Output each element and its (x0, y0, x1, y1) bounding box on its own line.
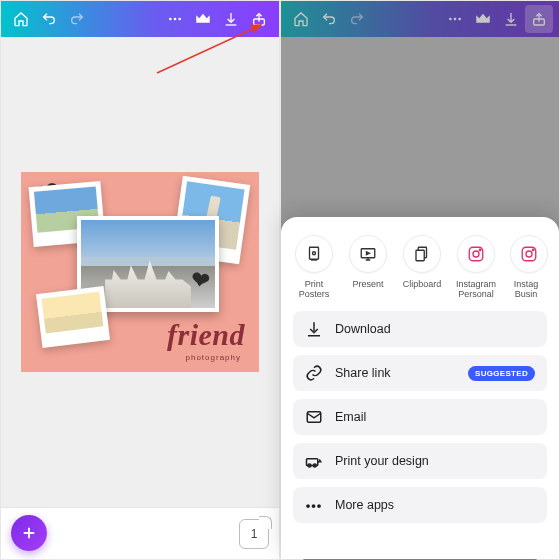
svg-rect-13 (416, 250, 424, 261)
top-bar (1, 1, 279, 37)
canvas-area[interactable]: ❤ ❤ friend photography (1, 37, 279, 507)
action-label: More apps (335, 498, 394, 512)
share-targets-row[interactable]: Print Posters Present Clipboard Instagra… (281, 231, 559, 301)
share-target-label: Print Posters (299, 279, 330, 301)
download-icon[interactable] (217, 5, 245, 33)
design-canvas[interactable]: ❤ ❤ friend photography (21, 172, 259, 372)
top-bar (281, 1, 559, 37)
editor-screen: ❤ ❤ friend photography 1 (0, 0, 280, 560)
action-share-link[interactable]: Share link SUGGESTED (293, 355, 547, 391)
design-subtitle-text[interactable]: photography (186, 353, 241, 362)
action-label: Share link (335, 366, 391, 380)
crown-icon[interactable] (469, 5, 497, 33)
svg-point-1 (174, 18, 177, 21)
share-icon[interactable] (525, 5, 553, 33)
action-print[interactable]: Print your design (293, 443, 547, 479)
share-target-label: Instag Busin (514, 279, 539, 301)
action-label: Email (335, 410, 366, 424)
more-icon[interactable] (161, 5, 189, 33)
share-target-instagram-business[interactable]: Instag Busin (504, 235, 548, 301)
svg-rect-9 (310, 247, 319, 259)
undo-icon[interactable] (315, 5, 343, 33)
svg-point-7 (458, 18, 461, 21)
svg-point-19 (532, 249, 534, 251)
instagram-icon (510, 235, 548, 273)
share-target-label: Present (352, 279, 383, 301)
svg-point-6 (454, 18, 457, 21)
page-count-button[interactable]: 1 (239, 519, 269, 549)
action-more-apps[interactable]: ••• More apps (293, 487, 547, 523)
share-sheet-screen: ❤ Print Posters Present Clipboard (280, 0, 560, 560)
action-download[interactable]: Download (293, 311, 547, 347)
share-target-label: Clipboard (403, 279, 442, 301)
bottom-bar: 1 (1, 507, 279, 559)
more-icon: ••• (305, 498, 323, 513)
download-icon[interactable] (497, 5, 525, 33)
svg-point-16 (479, 249, 481, 251)
share-target-clipboard[interactable]: Clipboard (396, 235, 448, 301)
svg-point-5 (449, 18, 452, 21)
clipboard-icon (403, 235, 441, 273)
share-actions-list: Download Share link SUGGESTED Email Prin… (281, 311, 559, 523)
add-page-button[interactable] (11, 515, 47, 551)
redo-icon[interactable] (63, 5, 91, 33)
svg-point-2 (178, 18, 181, 21)
home-icon[interactable] (7, 5, 35, 33)
action-email[interactable]: Email (293, 399, 547, 435)
undo-icon[interactable] (35, 5, 63, 33)
share-target-present[interactable]: Present (342, 235, 394, 301)
action-label: Print your design (335, 454, 429, 468)
svg-point-15 (473, 251, 479, 257)
action-label: Download (335, 322, 391, 336)
present-icon (349, 235, 387, 273)
svg-point-10 (313, 252, 316, 255)
home-icon[interactable] (287, 5, 315, 33)
share-sheet: Print Posters Present Clipboard Instagra… (281, 217, 559, 559)
svg-point-0 (169, 18, 172, 21)
share-target-print-posters[interactable]: Print Posters (288, 235, 340, 301)
svg-point-18 (526, 251, 532, 257)
share-target-label: Instagram Personal (456, 279, 496, 301)
design-title-text[interactable]: friend (167, 318, 245, 352)
suggested-badge: SUGGESTED (468, 366, 535, 381)
share-icon[interactable] (245, 5, 273, 33)
print-icon (295, 235, 333, 273)
more-icon[interactable] (441, 5, 469, 33)
page-count-label: 1 (251, 527, 258, 541)
crown-icon[interactable] (189, 5, 217, 33)
share-target-instagram-personal[interactable]: Instagram Personal (450, 235, 502, 301)
photo-card[interactable] (36, 286, 110, 348)
instagram-icon (457, 235, 495, 273)
redo-icon[interactable] (343, 5, 371, 33)
